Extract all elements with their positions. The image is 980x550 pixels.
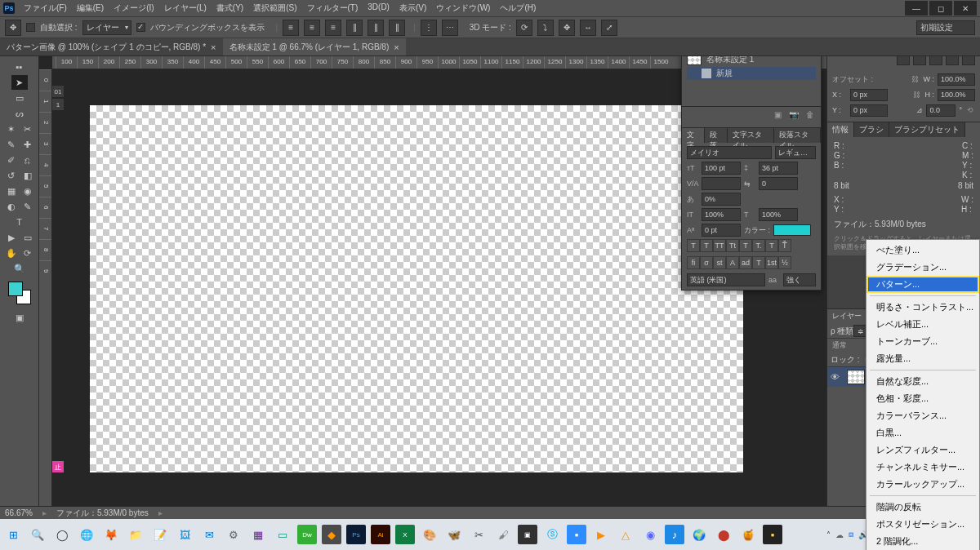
menu-item-5[interactable]: 選択範囲(S) xyxy=(249,1,301,16)
zoom-app-icon[interactable]: ▪ xyxy=(567,525,586,544)
menu-item-9[interactable]: ウィンドウ(W) xyxy=(432,1,494,16)
opentype-btn-3[interactable]: A xyxy=(726,256,739,269)
align-bot-icon[interactable]: ≡ xyxy=(325,20,341,36)
brush-app-icon[interactable]: 🖌 xyxy=(493,525,513,544)
font-size-field[interactable]: 100 pt xyxy=(702,162,741,175)
hscale-field[interactable]: 100% xyxy=(759,208,798,221)
text-style-btn-3[interactable]: Tt xyxy=(726,239,739,252)
text-style-btn-4[interactable]: T xyxy=(739,239,752,252)
show-bounds-checkbox[interactable] xyxy=(136,23,145,32)
opentype-btn-6[interactable]: 1st xyxy=(765,256,778,269)
kerning-field[interactable] xyxy=(702,177,741,190)
doc-tab-1[interactable]: 名称未設定 1 @ 66.7% (レイヤー 1, RGB/8)× xyxy=(223,38,406,55)
clone-src-thumb-5[interactable] xyxy=(962,56,975,65)
text-style-btn-7[interactable]: T̄ xyxy=(778,239,791,252)
opentype-btn-2[interactable]: st xyxy=(713,256,726,269)
notes-icon[interactable]: 📝 xyxy=(150,525,170,544)
ctx-item-9[interactable]: 自然な彩度... xyxy=(866,373,979,390)
gear-app-icon[interactable]: ⚙ xyxy=(224,525,243,544)
ctx-item-11[interactable]: カラーバランス... xyxy=(866,407,979,424)
link-icon-2[interactable]: ⛓ xyxy=(911,90,921,100)
floating-panel-group[interactable]: ヒストリー « 名称未設定 1 新規 ▣ 📷 🗑 xyxy=(681,56,822,291)
ctx-item-0[interactable]: べた塗り... xyxy=(866,242,979,259)
dist-h-icon[interactable]: ⋮ xyxy=(421,20,437,36)
start-button[interactable]: ⊞ xyxy=(3,525,23,544)
eraser-tool[interactable]: ◧ xyxy=(20,168,36,183)
opentype-btn-7[interactable]: ½ xyxy=(778,256,791,269)
cloud-icon[interactable]: ☁ xyxy=(835,530,844,539)
tsume-field[interactable]: 0% xyxy=(702,193,741,206)
ctx-item-5[interactable]: レベル補正... xyxy=(866,316,979,333)
clone-src-thumb-2[interactable] xyxy=(913,56,926,65)
history-trash-icon[interactable]: 🗑 xyxy=(804,109,816,121)
sublime-icon[interactable]: ◆ xyxy=(322,525,341,544)
lasso-tool[interactable]: ᔕ xyxy=(11,106,28,121)
vlc-icon[interactable]: △ xyxy=(616,525,635,544)
3d-pan-icon[interactable]: ✥ xyxy=(559,20,575,36)
blur-tool[interactable]: ◉ xyxy=(20,184,36,198)
menu-item-1[interactable]: 編集(E) xyxy=(73,1,108,16)
text-style-btn-2[interactable]: TT xyxy=(713,239,726,252)
clone-src-thumb-4[interactable] xyxy=(946,56,959,65)
menu-item-6[interactable]: フィルター(T) xyxy=(303,1,363,16)
music-icon[interactable]: ♪ xyxy=(665,525,684,544)
layer-thumbnail[interactable] xyxy=(847,370,865,384)
history-brush-tool[interactable]: ↺ xyxy=(3,168,20,183)
discord-icon[interactable]: ◉ xyxy=(640,525,660,544)
info-tab-1[interactable]: ブラシ xyxy=(854,122,889,137)
history-doc-row[interactable]: 名称未設定 1 xyxy=(687,56,816,66)
obs-icon[interactable]: ▣ xyxy=(518,525,537,544)
skype-icon[interactable]: ⓢ xyxy=(542,525,562,544)
3d-orbit-icon[interactable]: ⟳ xyxy=(516,20,532,36)
media-player-icon[interactable]: ▶ xyxy=(591,525,611,544)
3d-roll-icon[interactable]: ⤵ xyxy=(537,20,554,36)
layers-tab-0[interactable]: レイヤー xyxy=(827,309,867,324)
systray-chevron[interactable]: ˄ xyxy=(826,530,831,539)
globe-icon[interactable]: 🌍 xyxy=(689,525,709,544)
3d-slide-icon[interactable]: ↔ xyxy=(580,20,596,36)
brush-tool[interactable]: ✐ xyxy=(3,153,20,167)
info-tab-0[interactable]: 情報 xyxy=(827,122,854,137)
marquee-tool[interactable]: ▭ xyxy=(11,91,28,105)
zoom-display[interactable]: 66.67% xyxy=(5,508,33,517)
align-left-icon[interactable]: ‖ xyxy=(346,20,363,36)
x-field[interactable]: 0 px xyxy=(850,89,888,101)
eyedropper-tool[interactable]: ✎ xyxy=(3,137,20,152)
w-field[interactable]: 100.0% xyxy=(938,73,975,86)
leading-field[interactable]: 36 pt xyxy=(759,162,798,175)
grab-handle[interactable]: ▪▪ xyxy=(11,60,28,74)
outlook-icon[interactable]: ✉ xyxy=(199,525,219,544)
angle-field[interactable]: 0.0 xyxy=(926,104,956,117)
clone-src-thumb-1[interactable] xyxy=(897,56,910,65)
type-tool[interactable]: T xyxy=(11,215,28,229)
foreground-color[interactable] xyxy=(8,282,23,296)
align-top-icon[interactable]: ≡ xyxy=(283,20,299,36)
crop-tool[interactable]: ✂ xyxy=(20,122,36,136)
vscale-field[interactable]: 100% xyxy=(702,208,741,221)
search-icon[interactable]: 🔍 xyxy=(28,525,47,544)
ctx-item-7[interactable]: 露光量... xyxy=(866,350,979,367)
canvas-checkerboard[interactable] xyxy=(90,105,743,472)
rotate-tool[interactable]: ⟳ xyxy=(20,246,36,260)
explorer-icon[interactable]: 📁 xyxy=(126,525,145,544)
firefox-icon[interactable]: 🦊 xyxy=(101,525,121,544)
butterfly-icon[interactable]: 🦋 xyxy=(444,525,464,544)
menu-item-4[interactable]: 書式(Y) xyxy=(212,1,247,16)
color-swatches[interactable] xyxy=(8,282,31,304)
doc-tab-0[interactable]: パターン画像 @ 100% (シェイプ 1 のコピー, RGB/8) *× xyxy=(0,38,223,55)
info-tab-2[interactable]: ブラシプリセット xyxy=(889,122,965,137)
zoom-tool[interactable]: 🔍 xyxy=(11,261,28,276)
jar-icon[interactable]: 🍯 xyxy=(738,525,758,544)
record-icon[interactable]: ⬤ xyxy=(714,525,733,544)
ctx-item-6[interactable]: トーンカーブ... xyxy=(866,333,979,350)
ctx-item-19[interactable]: 2 階調化... xyxy=(866,533,979,550)
ctx-item-17[interactable]: 階調の反転 xyxy=(866,499,979,516)
chrome-icon[interactable]: 🌐 xyxy=(77,525,96,544)
opentype-btn-0[interactable]: fi xyxy=(687,256,700,269)
menu-item-0[interactable]: ファイル(F) xyxy=(20,1,71,16)
shape-tool[interactable]: ▭ xyxy=(20,230,36,245)
h-field[interactable]: 100.0% xyxy=(938,89,975,101)
tab-close-icon[interactable]: × xyxy=(394,42,399,52)
char-tab-2[interactable]: 文字スタイル xyxy=(728,128,774,143)
text-style-btn-5[interactable]: T. xyxy=(752,239,765,252)
